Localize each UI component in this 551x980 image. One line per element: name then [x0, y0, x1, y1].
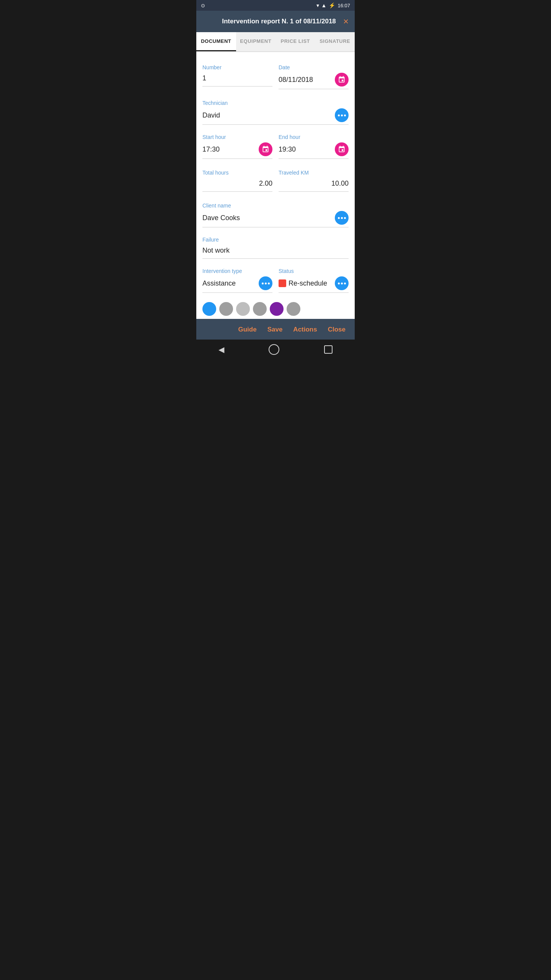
client-name-value[interactable]: Dave Cooks: [202, 214, 240, 222]
type-status-row: Intervention type Assistance Status Re-s…: [202, 268, 349, 296]
signal-icon: ▲: [321, 2, 327, 8]
date-label: Date: [279, 64, 349, 70]
actions-button[interactable]: Actions: [293, 326, 317, 333]
start-hour-label: Start hour: [202, 134, 272, 140]
intervention-type-more-button[interactable]: [259, 276, 272, 290]
tab-price-list[interactable]: PRICE LIST: [276, 32, 315, 51]
client-name-value-row: Dave Cooks: [202, 211, 349, 227]
start-hour-group: Start hour 17:30: [202, 134, 272, 159]
start-hour-calendar-button[interactable]: [259, 142, 272, 156]
wifi-icon: ▾: [316, 2, 319, 8]
save-button[interactable]: Save: [267, 326, 283, 333]
intervention-type-value-row: Assistance: [202, 276, 272, 293]
status-bar: ⊙ ▾ ▲ ⚡ 16:07: [196, 0, 355, 11]
spinner-icon: ⊙: [201, 3, 205, 8]
dot2: [341, 283, 343, 284]
tag-circles-row: [202, 297, 349, 319]
dot3: [268, 283, 270, 284]
technician-value[interactable]: David: [202, 111, 220, 119]
failure-value-row: Not work: [202, 245, 349, 259]
dot1: [338, 114, 340, 116]
start-hour-value-row: 17:30: [202, 142, 272, 159]
dot1: [262, 283, 264, 284]
technician-label: Technician: [202, 100, 349, 106]
dot3: [344, 283, 346, 284]
end-hour-group: End hour 19:30: [279, 134, 349, 159]
dot1: [338, 283, 340, 284]
end-hour-calendar-button[interactable]: [335, 142, 349, 156]
battery-icon: ⚡: [329, 2, 335, 8]
traveled-km-value[interactable]: 10.00: [279, 180, 349, 188]
tag-circle-2[interactable]: [219, 302, 233, 316]
client-name-group: Client name Dave Cooks: [202, 203, 349, 227]
date-value-row: 08/11/2018: [279, 73, 349, 89]
technician-value-row: David: [202, 108, 349, 125]
client-name-label: Client name: [202, 203, 349, 209]
start-hour-value[interactable]: 17:30: [202, 145, 220, 154]
status-more-button[interactable]: [335, 276, 349, 290]
end-hour-value-row: 19:30: [279, 142, 349, 159]
total-hours-value-row: 2.00: [202, 178, 272, 192]
header: Intervention report N. 1 of 08/11/2018 ×: [196, 11, 355, 32]
dot2: [341, 217, 343, 219]
traveled-km-value-row: 10.00: [279, 178, 349, 192]
time-display: 16:07: [337, 3, 350, 8]
hours-row: Start hour 17:30 End hour 19:30: [202, 134, 349, 162]
dot3: [344, 217, 346, 219]
failure-label: Failure: [202, 237, 349, 243]
number-value-row: 1: [202, 73, 272, 87]
date-group: Date 08/11/2018: [279, 64, 349, 89]
status-bar-right: ▾ ▲ ⚡ 16:07: [316, 2, 350, 8]
tag-circle-1[interactable]: [202, 302, 216, 316]
back-button[interactable]: ◀: [218, 345, 224, 354]
tag-circle-4[interactable]: [253, 302, 267, 316]
number-group: Number 1: [202, 64, 272, 89]
date-value[interactable]: 08/11/2018: [279, 76, 313, 84]
bottom-action-bar: Guide Save Actions Close: [196, 319, 355, 340]
number-date-row: Number 1 Date 08/11/2018: [202, 64, 349, 92]
guide-button[interactable]: Guide: [238, 326, 256, 333]
status-value[interactable]: Re-schedule: [289, 279, 335, 287]
recents-button[interactable]: [324, 345, 333, 354]
total-hours-value[interactable]: 2.00: [202, 180, 272, 188]
intervention-type-group: Intervention type Assistance: [202, 268, 272, 293]
dot2: [265, 283, 267, 284]
tag-circle-3[interactable]: [236, 302, 250, 316]
close-button[interactable]: ×: [343, 17, 349, 26]
total-hours-label: Total hours: [202, 170, 272, 176]
tag-circle-5[interactable]: [270, 302, 284, 316]
technician-more-button[interactable]: [335, 108, 349, 122]
form-content: Number 1 Date 08/11/2018 Technician Davi…: [196, 52, 355, 319]
status-label: Status: [279, 268, 349, 274]
end-hour-value[interactable]: 19:30: [279, 145, 296, 154]
traveled-km-group: Traveled KM 10.00: [279, 170, 349, 192]
status-color-indicator: [279, 279, 286, 287]
number-value[interactable]: 1: [202, 74, 206, 82]
number-label: Number: [202, 64, 272, 70]
totals-row: Total hours 2.00 Traveled KM 10.00: [202, 170, 349, 195]
failure-group: Failure Not work: [202, 237, 349, 259]
tab-document[interactable]: DOCUMENT: [196, 32, 236, 51]
dot1: [338, 217, 340, 219]
header-title: Intervention report N. 1 of 08/11/2018: [215, 18, 343, 25]
date-calendar-button[interactable]: [335, 73, 349, 87]
intervention-type-label: Intervention type: [202, 268, 272, 274]
tab-equipment[interactable]: EQUIPMENT: [236, 32, 276, 51]
traveled-km-label: Traveled KM: [279, 170, 349, 176]
tab-signature[interactable]: SIGNATURE: [315, 32, 355, 51]
navigation-bar: ◀: [196, 340, 355, 359]
technician-group: Technician David: [202, 100, 349, 125]
status-group: Status Re-schedule: [279, 268, 349, 293]
dot3: [344, 114, 346, 116]
failure-value[interactable]: Not work: [202, 247, 230, 255]
status-value-row: Re-schedule: [279, 276, 349, 293]
home-button[interactable]: [269, 344, 279, 355]
status-bar-left: ⊙: [201, 3, 205, 8]
client-more-button[interactable]: [335, 211, 349, 225]
total-hours-group: Total hours 2.00: [202, 170, 272, 192]
intervention-type-value[interactable]: Assistance: [202, 279, 236, 287]
tabs-bar: DOCUMENT EQUIPMENT PRICE LIST SIGNATURE: [196, 32, 355, 52]
tag-circle-6[interactable]: [287, 302, 300, 316]
close-bottom-button[interactable]: Close: [328, 326, 346, 333]
end-hour-label: End hour: [279, 134, 349, 140]
